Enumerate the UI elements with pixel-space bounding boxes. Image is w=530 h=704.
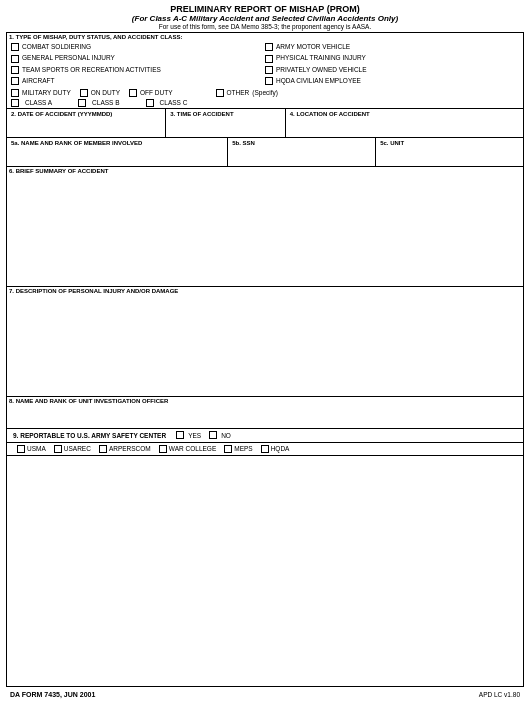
cb-army-motor-vehicle-label: ARMY MOTOR VEHICLE <box>276 42 350 52</box>
section-1-label: 1. TYPE OF MISHAP, DUTY STATUS, AND ACCI… <box>7 33 523 41</box>
cb-off-duty-label: OFF DUTY <box>140 89 173 96</box>
cb-combat-soldiering-label: COMBAT SOLDIERING <box>22 42 91 52</box>
form-footer: DA FORM 7435, JUN 2001 APD LC v1.80 <box>6 689 524 700</box>
section-7-label: 7. DESCRIPTION OF PERSONAL INJURY AND/OR… <box>7 287 523 295</box>
section-9-row1: 9. REPORTABLE TO U.S. ARMY SAFETY CENTER… <box>7 429 523 443</box>
cb-yes-box[interactable] <box>176 431 184 439</box>
cb-on-duty-label: ON DUTY <box>91 89 120 96</box>
section-5a-label: 5a. NAME AND RANK OF MEMBER INVOLVED <box>9 139 225 147</box>
cb-class-c-box[interactable] <box>146 99 154 107</box>
form-body: 1. TYPE OF MISHAP, DUTY STATUS, AND ACCI… <box>6 32 524 687</box>
checkbox-army-motor-vehicle[interactable]: ARMY MOTOR VEHICLE <box>265 42 519 52</box>
cb-meps-label: MEPS <box>234 445 252 452</box>
checkbox-team-sports[interactable]: TEAM SPORTS OR RECREATION ACTIVITIES <box>11 65 265 75</box>
section-5c-label: 5c. UNIT <box>378 139 521 147</box>
section-7: 7. DESCRIPTION OF PERSONAL INJURY AND/OR… <box>7 287 523 397</box>
section-9-row2: USMA USAREC ARPERSCOM WAR COLLEGE MEPS <box>7 443 523 455</box>
section-6: 6. BRIEF SUMMARY OF ACCIDENT <box>7 167 523 287</box>
section-4: 4. LOCATION OF ACCIDENT <box>286 109 523 137</box>
cb-arperscom-item[interactable]: ARPERSCOM <box>99 445 151 453</box>
section-5-row: 5a. NAME AND RANK OF MEMBER INVOLVED 5b.… <box>7 138 523 167</box>
section-8-label: 8. NAME AND RANK OF UNIT INVESTIGATION O… <box>7 397 523 405</box>
cb-class-a-label: CLASS A <box>25 99 52 106</box>
section-5b-cell: 5b. SSN <box>228 138 375 166</box>
section-5c: 5c. UNIT <box>376 138 523 166</box>
cb-usma-label: USMA <box>27 445 46 452</box>
cb-physical-training-injury-label: PHYSICAL TRAINING INJURY <box>276 53 366 63</box>
cb-other-label: OTHER <box>227 89 250 96</box>
section-2: 2. DATE OF ACCIDENT (YYYMMDD) <box>7 109 166 137</box>
checkbox-aircraft[interactable]: AIRCRAFT <box>11 76 265 86</box>
cb-arperscom-label: ARPERSCOM <box>109 445 151 452</box>
cb-combat-soldiering-box[interactable] <box>11 43 19 51</box>
checkbox-physical-training-injury[interactable]: PHYSICAL TRAINING INJURY <box>265 53 519 63</box>
cb-war-college-label: WAR COLLEGE <box>169 445 216 452</box>
cb-class-b-box[interactable] <box>78 99 86 107</box>
section-5a-cell: 5a. NAME AND RANK OF MEMBER INVOLVED <box>7 138 227 166</box>
cb-usma-box[interactable] <box>17 445 25 453</box>
cb-usma-item[interactable]: USMA <box>17 445 46 453</box>
cb-other-specify: (Specify) <box>252 89 278 96</box>
section-4-label: 4. LOCATION OF ACCIDENT <box>288 110 521 118</box>
cb-class-a-box[interactable] <box>11 99 19 107</box>
section-4-cell: 4. LOCATION OF ACCIDENT <box>286 109 523 137</box>
section-3: 3. TIME OF ACCIDENT <box>166 109 286 137</box>
cb-no-box[interactable] <box>209 431 217 439</box>
cb-army-motor-vehicle-box[interactable] <box>265 43 273 51</box>
section-2-cell: 2. DATE OF ACCIDENT (YYYMMDD) <box>7 109 165 137</box>
cb-aircraft-label: AIRCRAFT <box>22 76 55 86</box>
cb-general-personal-injury-label: GENERAL PERSONAL INJURY <box>22 53 115 63</box>
section-5b-label: 5b. SSN <box>230 139 373 147</box>
cb-hqda-civilian-label: HQDA CIVILIAN EMPLOYEE <box>276 76 361 86</box>
form-name: DA FORM 7435, JUN 2001 <box>10 691 95 698</box>
form-note: For use of this form, see DA Memo 385-3;… <box>6 23 524 30</box>
page: PRELIMINARY REPORT OF MISHAP (PROM) (For… <box>0 0 530 704</box>
form-title: PRELIMINARY REPORT OF MISHAP (PROM) <box>6 4 524 14</box>
cb-hqda-item[interactable]: HQDA <box>261 445 290 453</box>
checkbox-hqda-civilian[interactable]: HQDA CIVILIAN EMPLOYEE <box>265 76 519 86</box>
section-2-label: 2. DATE OF ACCIDENT (YYYMMDD) <box>9 110 163 118</box>
section-9-label: 9. REPORTABLE TO U.S. ARMY SAFETY CENTER <box>11 431 168 440</box>
section-5b: 5b. SSN <box>228 138 376 166</box>
cb-military-duty-box[interactable] <box>11 89 19 97</box>
cb-hqda-civilian-box[interactable] <box>265 77 273 85</box>
cb-class-c-label: CLASS C <box>160 99 188 106</box>
form-header: PRELIMINARY REPORT OF MISHAP (PROM) (For… <box>6 4 524 30</box>
cb-physical-training-injury-box[interactable] <box>265 55 273 63</box>
cb-class-b-label: CLASS B <box>92 99 119 106</box>
cb-aircraft-box[interactable] <box>11 77 19 85</box>
section-234-row: 2. DATE OF ACCIDENT (YYYMMDD) 3. TIME OF… <box>7 109 523 138</box>
checkboxes-grid: COMBAT SOLDIERING ARMY MOTOR VEHICLE GEN… <box>7 41 523 88</box>
section-8: 8. NAME AND RANK OF UNIT INVESTIGATION O… <box>7 397 523 429</box>
section-3-cell: 3. TIME OF ACCIDENT <box>166 109 285 137</box>
checkbox-combat-soldiering[interactable]: COMBAT SOLDIERING <box>11 42 265 52</box>
section-5a: 5a. NAME AND RANK OF MEMBER INVOLVED <box>7 138 228 166</box>
cb-other-box[interactable] <box>216 89 224 97</box>
cb-off-duty-box[interactable] <box>129 89 137 97</box>
cb-arperscom-box[interactable] <box>99 445 107 453</box>
cb-general-personal-injury-box[interactable] <box>11 55 19 63</box>
section-3-label: 3. TIME OF ACCIDENT <box>168 110 283 118</box>
cb-usarec-item[interactable]: USAREC <box>54 445 91 453</box>
apo-code: APD LC v1.80 <box>479 691 520 698</box>
cb-no-label: NO <box>221 432 231 439</box>
section-1: 1. TYPE OF MISHAP, DUTY STATUS, AND ACCI… <box>7 33 523 109</box>
cb-war-college-item[interactable]: WAR COLLEGE <box>159 445 216 453</box>
cb-meps-box[interactable] <box>224 445 232 453</box>
cb-usarec-box[interactable] <box>54 445 62 453</box>
section-5c-cell: 5c. UNIT <box>376 138 523 166</box>
section-6-label: 6. BRIEF SUMMARY OF ACCIDENT <box>7 167 523 175</box>
cb-meps-item[interactable]: MEPS <box>224 445 252 453</box>
cb-military-duty-label: MILITARY DUTY <box>22 89 71 96</box>
cb-hqda-label: HQDA <box>271 445 290 452</box>
cb-team-sports-box[interactable] <box>11 66 19 74</box>
checkbox-privately-owned-vehicle[interactable]: PRIVATELY OWNED VEHICLE <box>265 65 519 75</box>
cb-usarec-label: USAREC <box>64 445 91 452</box>
cb-privately-owned-vehicle-label: PRIVATELY OWNED VEHICLE <box>276 65 367 75</box>
cb-hqda-box[interactable] <box>261 445 269 453</box>
cb-war-college-box[interactable] <box>159 445 167 453</box>
cb-privately-owned-vehicle-box[interactable] <box>265 66 273 74</box>
checkbox-general-personal-injury[interactable]: GENERAL PERSONAL INJURY <box>11 53 265 63</box>
cb-team-sports-label: TEAM SPORTS OR RECREATION ACTIVITIES <box>22 65 161 75</box>
cb-on-duty-box[interactable] <box>80 89 88 97</box>
